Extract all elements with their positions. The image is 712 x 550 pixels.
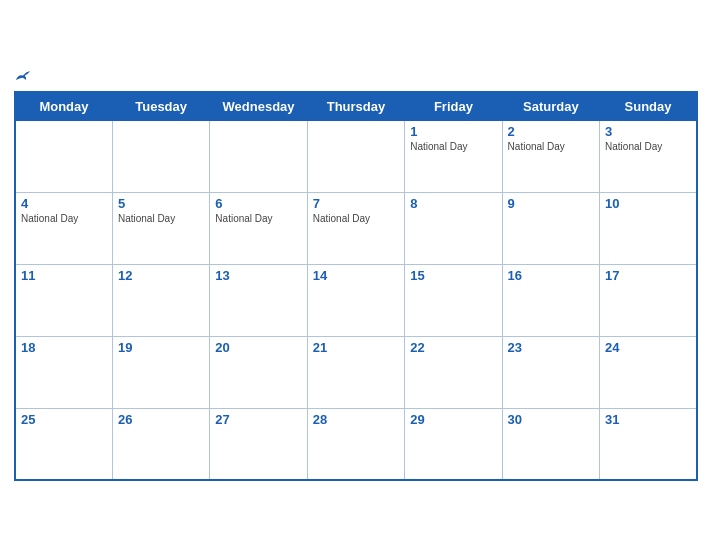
calendar-cell: 29 — [405, 408, 502, 480]
day-number: 13 — [215, 268, 301, 283]
day-number: 20 — [215, 340, 301, 355]
calendar-cell: 19 — [112, 336, 209, 408]
calendar-cell: 9 — [502, 192, 599, 264]
week-row-3: 11121314151617 — [15, 264, 697, 336]
calendar-cell: 17 — [600, 264, 697, 336]
calendar-cell: 2National Day — [502, 120, 599, 192]
day-number: 3 — [605, 124, 691, 139]
weekday-header-wednesday: Wednesday — [210, 92, 307, 121]
weekday-header-saturday: Saturday — [502, 92, 599, 121]
calendar-cell: 18 — [15, 336, 112, 408]
weekday-header-sunday: Sunday — [600, 92, 697, 121]
day-number: 26 — [118, 412, 204, 427]
day-number: 6 — [215, 196, 301, 211]
day-number: 23 — [508, 340, 594, 355]
calendar-header — [14, 65, 698, 91]
calendar-cell: 15 — [405, 264, 502, 336]
day-number: 16 — [508, 268, 594, 283]
day-number: 27 — [215, 412, 301, 427]
day-number: 5 — [118, 196, 204, 211]
week-row-4: 18192021222324 — [15, 336, 697, 408]
day-number: 1 — [410, 124, 496, 139]
day-number: 15 — [410, 268, 496, 283]
calendar-body: 1National Day2National Day3National Day4… — [15, 120, 697, 480]
calendar-cell: 27 — [210, 408, 307, 480]
logo-area — [14, 69, 34, 83]
day-number: 28 — [313, 412, 399, 427]
day-number: 30 — [508, 412, 594, 427]
weekday-header-row: MondayTuesdayWednesdayThursdayFridaySatu… — [15, 92, 697, 121]
day-number: 8 — [410, 196, 496, 211]
calendar-cell: 26 — [112, 408, 209, 480]
week-row-5: 25262728293031 — [15, 408, 697, 480]
calendar-cell: 16 — [502, 264, 599, 336]
calendar-cell: 1National Day — [405, 120, 502, 192]
calendar-cell: 24 — [600, 336, 697, 408]
day-number: 2 — [508, 124, 594, 139]
calendar-cell: 7National Day — [307, 192, 404, 264]
calendar-cell: 14 — [307, 264, 404, 336]
calendar-cell — [307, 120, 404, 192]
holiday-label: National Day — [21, 213, 107, 224]
holiday-label: National Day — [410, 141, 496, 152]
day-number: 29 — [410, 412, 496, 427]
calendar-cell: 4National Day — [15, 192, 112, 264]
weekday-header-thursday: Thursday — [307, 92, 404, 121]
calendar-cell: 8 — [405, 192, 502, 264]
calendar-cell: 10 — [600, 192, 697, 264]
calendar-cell — [15, 120, 112, 192]
calendar-cell: 5National Day — [112, 192, 209, 264]
calendar-cell: 20 — [210, 336, 307, 408]
day-number: 7 — [313, 196, 399, 211]
day-number: 19 — [118, 340, 204, 355]
calendar-cell: 3National Day — [600, 120, 697, 192]
calendar-cell: 23 — [502, 336, 599, 408]
day-number: 4 — [21, 196, 107, 211]
holiday-label: National Day — [508, 141, 594, 152]
holiday-label: National Day — [118, 213, 204, 224]
day-number: 17 — [605, 268, 691, 283]
day-number: 11 — [21, 268, 107, 283]
day-number: 12 — [118, 268, 204, 283]
weekday-header-tuesday: Tuesday — [112, 92, 209, 121]
logo-bird-icon — [14, 69, 32, 83]
day-number: 24 — [605, 340, 691, 355]
holiday-label: National Day — [215, 213, 301, 224]
calendar-cell: 11 — [15, 264, 112, 336]
calendar-table: MondayTuesdayWednesdayThursdayFridaySatu… — [14, 91, 698, 482]
week-row-2: 4National Day5National Day6National Day7… — [15, 192, 697, 264]
logo-blue-area — [14, 69, 34, 83]
day-number: 21 — [313, 340, 399, 355]
calendar-cell: 21 — [307, 336, 404, 408]
calendar-cell: 22 — [405, 336, 502, 408]
calendar-cell: 12 — [112, 264, 209, 336]
week-row-1: 1National Day2National Day3National Day — [15, 120, 697, 192]
holiday-label: National Day — [605, 141, 691, 152]
day-number: 18 — [21, 340, 107, 355]
calendar-cell: 25 — [15, 408, 112, 480]
day-number: 9 — [508, 196, 594, 211]
day-number: 14 — [313, 268, 399, 283]
calendar-cell: 30 — [502, 408, 599, 480]
weekday-header-friday: Friday — [405, 92, 502, 121]
calendar-cell: 13 — [210, 264, 307, 336]
day-number: 10 — [605, 196, 691, 211]
calendar-container: MondayTuesdayWednesdayThursdayFridaySatu… — [0, 55, 712, 496]
day-number: 22 — [410, 340, 496, 355]
holiday-label: National Day — [313, 213, 399, 224]
day-number: 25 — [21, 412, 107, 427]
weekday-header-monday: Monday — [15, 92, 112, 121]
calendar-cell: 28 — [307, 408, 404, 480]
day-number: 31 — [605, 412, 691, 427]
calendar-cell — [210, 120, 307, 192]
calendar-cell — [112, 120, 209, 192]
calendar-cell: 31 — [600, 408, 697, 480]
calendar-cell: 6National Day — [210, 192, 307, 264]
